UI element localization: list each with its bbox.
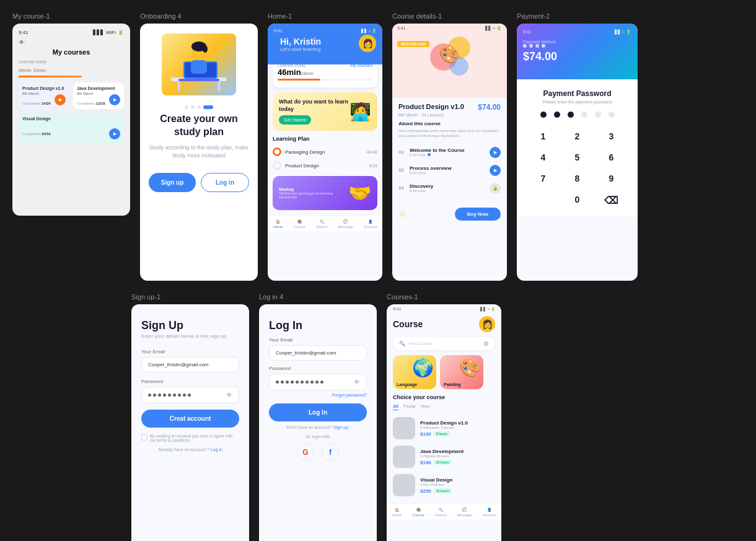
pm-keypad: 1 2 3 4 5 6 7 8 9 0 ⌫ xyxy=(527,126,628,211)
mc-play-btn2[interactable]: ▶ xyxy=(109,94,120,105)
cs-cat-paint-label: Painting xyxy=(444,382,461,387)
li-facebook-btn[interactable]: f xyxy=(322,444,339,461)
su-checkbox-row: By creating an account you have to agree… xyxy=(141,434,239,442)
ob-login-btn[interactable]: Log in xyxy=(201,173,249,192)
mc-card-visual: Visual Design Completed 10/16 ▶ xyxy=(19,113,124,143)
cs-nav-message[interactable]: 💬Message xyxy=(457,508,472,517)
cs-tab-all[interactable]: All xyxy=(393,404,398,410)
home-banner-title: What do you want to learn today xyxy=(279,99,349,113)
pm-key-9[interactable]: 9 xyxy=(595,169,628,188)
cd-status-bar: 9:41 ▋▋ ≈ 🔋 xyxy=(392,24,507,31)
su-password-input[interactable]: 👁 xyxy=(141,387,239,403)
li-title: Log In xyxy=(269,319,367,332)
pm-key-3[interactable]: 3 xyxy=(595,126,628,146)
cs-nav-home[interactable]: 🏠Home xyxy=(392,508,402,517)
cd-lesson1: 01 Welcome to the Course 6:10 mins ▶ xyxy=(398,144,501,162)
pm-key-2[interactable]: 2 xyxy=(561,126,594,146)
cs-course1-info: Product Design v1.0 2 Education Courses … xyxy=(420,420,495,437)
cd-desc: Sed ut perspiciatis unde omnis iste natu… xyxy=(398,128,501,139)
home-nav-message[interactable]: 💬Message xyxy=(338,219,353,229)
pm-key-delete[interactable]: ⌫ xyxy=(595,190,628,211)
cs-cat-language[interactable]: 🌍 Language xyxy=(393,355,436,389)
cd-buy-btn[interactable]: Buy Now xyxy=(455,208,501,221)
cd-footer: ☆ Buy Now xyxy=(392,203,507,226)
mc-card3-title: Visual Design xyxy=(22,117,120,121)
pm-dot4 xyxy=(542,44,545,48)
login-screen: Log In Your Email Cooper_Kristin@gmail.c… xyxy=(259,304,377,541)
pm-key-4[interactable]: 4 xyxy=(527,147,560,167)
cs-header: Course 👩 xyxy=(387,311,501,337)
ob-title: Create your own study plan xyxy=(149,113,249,139)
cs-search-bar[interactable]: 🔍 Find Course ⚙ xyxy=(393,337,495,350)
li-password-input[interactable]: 👁 xyxy=(269,374,367,390)
li-email-value: Cooper_Kristin@gmail.com xyxy=(276,350,336,356)
cs-nav-search[interactable]: 🔍Search xyxy=(435,508,447,517)
pm-card-label: Payment Method xyxy=(523,40,631,44)
pm-dot3 xyxy=(535,44,539,48)
pm-key-5[interactable]: 5 xyxy=(561,147,594,167)
cs-course1-price: $190 xyxy=(420,431,431,437)
home-plan1-name: Packaging Design xyxy=(285,149,363,155)
li-signup-row: Don't have an account? Sign up. xyxy=(269,425,367,429)
ob-desc: Study according to the study plan, make … xyxy=(149,144,249,161)
cd-header-illustration: 🎨 xyxy=(425,32,475,89)
eye-icon: 👁 xyxy=(19,39,124,46)
home-screen: 9:41 ▋▋ ≈ 🔋 Hi, Kristin Let's start lear… xyxy=(268,24,382,281)
svg-rect-1 xyxy=(177,81,180,91)
cs-title: Course xyxy=(393,319,423,329)
mc-play-btn3[interactable]: ▶ xyxy=(109,128,120,139)
home-sub: Let's start learning xyxy=(280,46,370,52)
pm-amount-row xyxy=(523,44,631,50)
home-get-started-btn[interactable]: Get Started xyxy=(279,115,311,125)
home-nav-course[interactable]: 📚Course xyxy=(293,219,305,229)
cs-tab-popular[interactable]: Poular xyxy=(403,404,416,410)
cd-lesson2: 02 Process overview 8:10 mins ▶ xyxy=(398,162,501,180)
cs-course1-title: Product Design v1.0 xyxy=(420,420,495,426)
cs-cat-painting[interactable]: 🎨 Painting xyxy=(440,355,483,389)
home-nav-account[interactable]: 👤Account xyxy=(364,219,377,229)
cs-cat-lang-label: Language xyxy=(397,382,417,387)
ob-dots xyxy=(185,105,213,109)
cd-lesson3-info: Discovery 6:10 mins xyxy=(410,183,486,193)
su-email-input[interactable]: Cooper_Kristin@gmail.com xyxy=(141,357,239,372)
cs-course2-price: $190 xyxy=(420,460,431,465)
pm-key-6[interactable]: 6 xyxy=(595,147,628,167)
cd-lesson2-play[interactable]: ▶ xyxy=(490,165,501,176)
mc-play-btn1[interactable]: ▶ xyxy=(55,94,66,105)
pm-card: 9:41 ▋▋ ≈ 🔋 Payment Method $74.00 xyxy=(517,24,638,79)
cd-lesson3-time: 6:10 mins xyxy=(410,189,486,193)
cs-tab-new[interactable]: New xyxy=(421,404,429,410)
home-meetup-label: Meetup xyxy=(279,187,343,191)
pm-key-1[interactable]: 1 xyxy=(527,126,560,146)
home-banner-img: 🧑‍💻 xyxy=(349,102,371,122)
li-email-input[interactable]: Cooper_Kristin@gmail.com xyxy=(269,345,367,361)
label-courses: Courses-1 xyxy=(387,293,501,301)
home-nav-search[interactable]: 🔍Search xyxy=(316,219,328,229)
li-login-btn[interactable]: Log In xyxy=(269,403,367,421)
ob-signup-btn[interactable]: Sign up xyxy=(149,173,196,192)
li-social-row: G f xyxy=(269,444,367,461)
cs-filter-icon[interactable]: ⚙ xyxy=(483,340,489,347)
cs-nav-course[interactable]: 📚Course xyxy=(412,508,424,517)
su-create-btn[interactable]: Creat account xyxy=(141,410,239,428)
li-password-toggle[interactable]: 👁 xyxy=(354,379,360,385)
cs-nav-account[interactable]: 👤Account xyxy=(483,508,496,517)
cs-avatar: 👩 xyxy=(479,316,495,332)
su-login-link[interactable]: Log in xyxy=(211,447,222,452)
su-title: Sign Up xyxy=(141,319,239,332)
cs-course3-price: $250 xyxy=(420,488,431,494)
cs-course1-meta: $190 8 hours xyxy=(420,431,495,437)
cs-course2-badge: 16 hours xyxy=(434,460,452,465)
li-signup-link[interactable]: Sign up. xyxy=(333,425,349,429)
home-nav-home[interactable]: 🏠Home xyxy=(273,219,283,229)
cd-lesson1-play[interactable]: ▶ xyxy=(490,147,501,158)
pm-key-8[interactable]: 8 xyxy=(561,169,594,188)
cs-course1-thumb xyxy=(393,417,415,439)
pm-key-0[interactable]: 0 xyxy=(561,190,594,211)
li-google-btn[interactable]: G xyxy=(297,444,314,461)
cd-meta: 8th March · 24 Lessons xyxy=(398,113,501,117)
pm-key-7[interactable]: 7 xyxy=(527,169,560,188)
su-checkbox[interactable] xyxy=(141,434,147,441)
su-password-toggle[interactable]: 👁 xyxy=(226,392,232,398)
li-forgot-link[interactable]: Forget password? xyxy=(269,393,367,397)
